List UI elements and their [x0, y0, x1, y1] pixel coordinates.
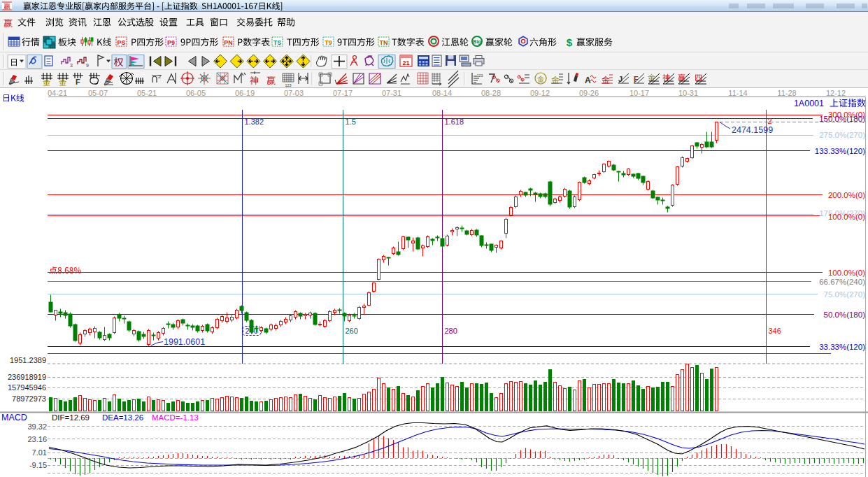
- svg-text:07-31: 07-31: [382, 89, 401, 97]
- svg-text:1.5: 1.5: [346, 118, 356, 126]
- svg-text:06-19: 06-19: [235, 89, 255, 97]
- svg-text:05-21: 05-21: [137, 89, 157, 97]
- svg-text:10-17: 10-17: [629, 89, 649, 97]
- svg-text:PS: PS: [118, 39, 126, 46]
- svg-text:133.33%(120): 133.33%(120): [815, 147, 865, 155]
- svg-text:75.0%(270): 75.0%(270): [824, 290, 866, 299]
- svg-text:TS: TS: [273, 39, 282, 46]
- svg-text:12-12: 12-12: [826, 89, 846, 97]
- svg-text:21: 21: [402, 59, 409, 66]
- svg-text:260: 260: [346, 327, 358, 335]
- svg-text:09-12: 09-12: [530, 89, 550, 97]
- svg-text:2: 2: [158, 73, 162, 80]
- svg-text:157945946: 157945946: [8, 383, 46, 392]
- svg-text:23.16: 23.16: [27, 435, 47, 443]
- svg-text:275.0%(270): 275.0%(270): [819, 131, 865, 139]
- svg-text:MACD: MACD: [1, 413, 27, 422]
- svg-text:F: F: [76, 78, 80, 86]
- svg-text:50.0%(180): 50.0%(180): [824, 311, 866, 319]
- svg-text:MACD=-1.13: MACD=-1.13: [152, 413, 199, 422]
- svg-text:100.0%(0): 100.0%(0): [828, 213, 865, 221]
- svg-text:1951.2389: 1951.2389: [10, 356, 46, 364]
- svg-text:33.33%(120): 33.33%(120): [819, 343, 865, 351]
- svg-text:200.0%(0): 200.0%(0): [828, 191, 865, 199]
- svg-text:11-14: 11-14: [728, 89, 747, 97]
- svg-text:10-31: 10-31: [678, 89, 698, 97]
- svg-text:04-21: 04-21: [48, 89, 67, 97]
- svg-text:2474.1599: 2474.1599: [732, 125, 773, 135]
- svg-text:06-05: 06-05: [186, 89, 206, 97]
- svg-text:09-26: 09-26: [579, 89, 599, 97]
- svg-text:1.618: 1.618: [445, 118, 464, 126]
- svg-text:Big: Big: [473, 39, 481, 45]
- svg-text:A: A: [585, 76, 591, 85]
- svg-text:07-17: 07-17: [333, 89, 353, 97]
- svg-text:05-07: 05-07: [88, 89, 108, 97]
- svg-text:P9: P9: [167, 39, 175, 46]
- svg-text:123: 123: [285, 83, 291, 87]
- svg-text:11-28: 11-28: [777, 89, 796, 97]
- svg-text:J: J: [618, 75, 622, 83]
- svg-text:3: 3: [70, 63, 73, 68]
- svg-text:236918919: 236918919: [8, 373, 46, 381]
- svg-text:346: 346: [769, 327, 781, 335]
- svg-text:2: 2: [768, 117, 772, 125]
- svg-text:DEA=13.26: DEA=13.26: [102, 413, 143, 422]
- svg-text:39.32: 39.32: [27, 422, 47, 431]
- svg-text:$: $: [567, 36, 573, 48]
- svg-text:PN: PN: [224, 39, 233, 46]
- svg-text:123: 123: [477, 73, 483, 78]
- svg-text:1991.0601: 1991.0601: [164, 337, 205, 347]
- svg-text:150.0%(180): 150.0%(180): [819, 115, 865, 123]
- svg-text:1A0001: 1A0001: [794, 99, 824, 108]
- svg-text:100.0%(0): 100.0%(0): [828, 269, 865, 277]
- svg-text:TN: TN: [380, 39, 388, 46]
- svg-text:66.67%(240): 66.67%(240): [819, 278, 865, 286]
- svg-text:07-03: 07-03: [284, 89, 304, 97]
- svg-text:-9.15: -9.15: [29, 461, 47, 469]
- svg-text:08-14: 08-14: [432, 89, 452, 97]
- svg-text:280: 280: [445, 327, 457, 335]
- svg-text:78972973: 78972973: [12, 394, 46, 403]
- svg-text:T9: T9: [325, 39, 332, 46]
- svg-text:08-28: 08-28: [481, 89, 501, 97]
- svg-text:7.01: 7.01: [32, 448, 47, 457]
- svg-text:1.382: 1.382: [245, 118, 264, 126]
- svg-text:DIF=12.69: DIF=12.69: [52, 413, 90, 422]
- svg-text:9: 9: [86, 63, 89, 68]
